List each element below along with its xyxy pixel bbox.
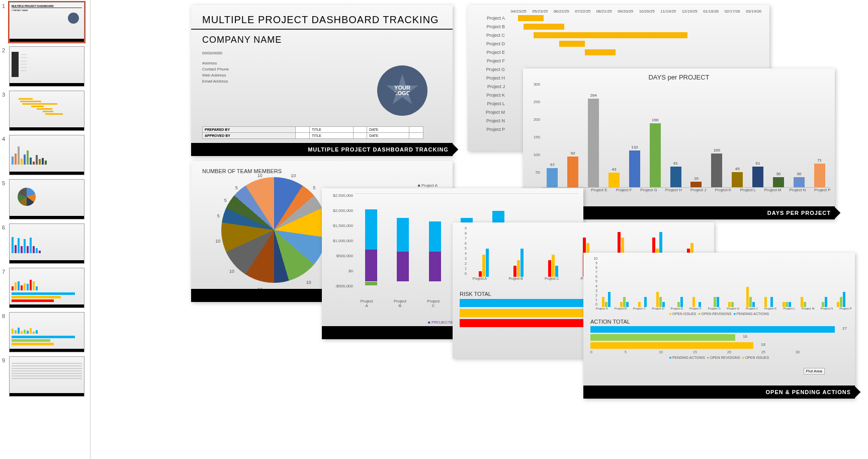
pie-legend: ■ Project A (418, 183, 438, 188)
chart-bar (419, 194, 451, 299)
thumb-slide-1[interactable]: MULTIPLE PROJECT DASHBOARDCOMPANY NAME (9, 2, 84, 42)
chart-bar: 71 (809, 158, 830, 187)
signoff-table: PREPARED BYTITLEDATE APPROVED BYTITLEDAT… (202, 126, 423, 139)
chart-bar: 45 (727, 167, 748, 187)
chart-bar-group (796, 297, 814, 307)
thumb-slide-2[interactable]: —————————————————— (9, 46, 84, 87)
thumb-number: 6 (2, 223, 9, 231)
gantt-row: Project A (473, 14, 764, 22)
chart-bar-group (669, 297, 687, 307)
thumb-number: 5 (2, 179, 9, 186)
chart-bar-group (536, 255, 571, 277)
plot-area-button[interactable]: Plot Area (804, 368, 825, 374)
company-text: COMPANY NAME (191, 30, 453, 48)
chart-bar: 30 (789, 172, 809, 187)
thumb-slide-4[interactable] (9, 135, 84, 175)
chart-bar: 43 (604, 167, 625, 187)
chart-bar-group (616, 297, 634, 307)
thumb-slide-8[interactable] (9, 312, 84, 352)
chart-bar-group (778, 302, 796, 307)
chart-bar-group (597, 292, 616, 307)
thumb-slide-5[interactable] (9, 179, 84, 219)
gantt-row: Project C (473, 31, 764, 39)
chart-bar: 57 (542, 163, 563, 187)
y-axis: -$500,000$0$500,000$1,000,000$1,500,000$… (327, 193, 355, 299)
title-text: MULTIPLE PROJECT DASHBOARD TRACKING (191, 5, 453, 30)
chart-bar-group (501, 249, 536, 277)
chart-bar: 100 (707, 148, 727, 187)
y-axis: 0123456789 (458, 226, 467, 277)
chart-bar: 16 (686, 176, 707, 187)
chart-bar-group (832, 292, 850, 307)
thumb-number: 2 (2, 46, 9, 53)
slide-canvas: MULTIPLE PROJECT DASHBOARD TRACKING COMP… (91, 0, 868, 459)
date-text: 00/00/0000 (191, 48, 453, 58)
action-total-pending: 27 (590, 326, 835, 333)
gantt-row: Project E (473, 48, 764, 56)
chart-bar: 264 (583, 93, 604, 187)
y-axis: 012345678910 (588, 257, 597, 307)
chart-bar-group (724, 302, 742, 307)
slide-title[interactable]: MULTIPLE PROJECT DASHBOARD TRACKING COMP… (191, 5, 453, 156)
chart-bar (387, 194, 418, 299)
thumb-number: 9 (2, 356, 9, 363)
slide-thumbnail-panel: 1 MULTIPLE PROJECT DASHBOARDCOMPANY NAME… (0, 0, 91, 459)
chart-bar-group (814, 297, 832, 307)
thumb-number: 3 (2, 91, 9, 98)
gantt-date-header: 04/23/2505/23/2506/22/2507/22/2508/21/25… (508, 9, 764, 14)
thumb-slide-3[interactable] (9, 91, 84, 131)
chart-bar-group (467, 249, 501, 277)
chart-legend: ■ OPEN ISSUES ■ OPEN REVISIONS ■ PENDING… (585, 312, 853, 316)
gantt-row: Project B (473, 22, 764, 31)
chart-bar: 30 (768, 172, 789, 187)
chart-title: DAYS per PROJECT (523, 68, 835, 82)
chart-title: NUMBER OF TEAM MEMBERS (191, 161, 453, 177)
chart-bar: 92 (563, 151, 583, 187)
logo-placeholder[interactable]: YOUR LOGO (377, 65, 427, 116)
chart-bar: 190 (645, 118, 665, 187)
chart-bar-group (652, 292, 670, 307)
gantt-row: Project D (473, 39, 764, 48)
chart-plot: 57922644311019061161004561303071 (542, 82, 830, 188)
x-axis: Project AProject BProject CProject DProj… (592, 307, 855, 310)
thumb-slide-6[interactable] (9, 223, 84, 264)
chart-bar-group (634, 297, 652, 307)
slide-open-pending[interactable]: 012345678910 (583, 253, 855, 399)
chart-plot (597, 257, 850, 307)
thumb-number: 7 (2, 268, 9, 275)
thumb-slide-9[interactable] (9, 356, 84, 397)
thumb-number: 8 (2, 312, 9, 319)
star-icon: YOUR LOGO (386, 74, 419, 107)
chart-bar-group (706, 297, 724, 307)
thumb-number: 4 (2, 135, 9, 142)
y-axis: 50100150200250300 (528, 82, 542, 188)
chart-bar: 61 (748, 161, 768, 187)
action-total-revisions: 16 (590, 334, 735, 341)
chart-bar-group (742, 287, 760, 307)
slide-footer: MULTIPLE PROJECT DASHBOARD TRACKING (191, 143, 453, 156)
chart-bar: 110 (624, 145, 645, 187)
thumb-number: 1 (2, 2, 9, 9)
chart-bar (355, 194, 387, 299)
chart-bar: 61 (665, 161, 686, 187)
x-axis-bottom: 051015202530 (590, 350, 830, 354)
thumb-slide-7[interactable] (9, 268, 84, 308)
chart-legend-bottom: ■ PENDING ACTIONS ■ OPEN REVISIONS ■ OPE… (585, 356, 853, 359)
chart-bar-group (760, 297, 778, 307)
action-total-issues: 18 (590, 342, 753, 349)
gantt-row: Project F (473, 56, 764, 65)
chart-bar-group (687, 297, 706, 307)
pie-chart: 1055101010510101055510 (221, 177, 327, 283)
slide-footer: OPEN & PENDING ACTIONS (583, 386, 855, 399)
subtitle: ACTION TOTAL (590, 319, 848, 325)
